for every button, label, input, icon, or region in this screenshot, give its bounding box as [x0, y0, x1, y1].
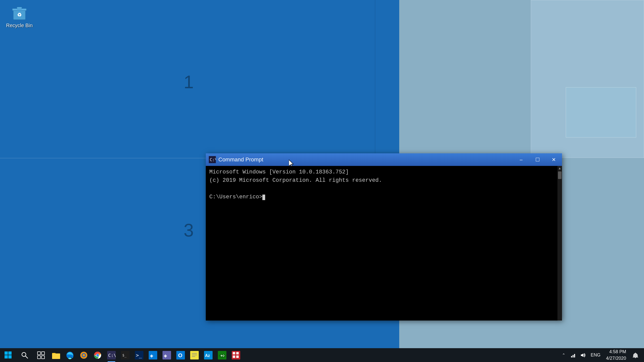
svg-text:C:\: C:\: [210, 157, 216, 162]
cmd-icon: C:\: [209, 156, 216, 163]
svg-marker-58: [581, 353, 583, 357]
svg-text:>_: >_: [136, 352, 142, 358]
tray-expand-button[interactable]: ⌃: [560, 348, 568, 362]
firefox-svg: [79, 351, 88, 359]
maximize-button[interactable]: ☐: [529, 153, 546, 166]
svg-rect-56: [573, 355, 574, 357]
vscode-purple-icon: ◈: [162, 351, 171, 360]
scrollbar-up-arrow[interactable]: ▲: [559, 166, 561, 170]
taskbar-firefox[interactable]: [77, 348, 91, 362]
taskbar-edge[interactable]: [63, 348, 77, 362]
right-window: [531, 0, 644, 158]
window-controls: – ☐ ✕: [513, 153, 562, 166]
taskbar-search-button[interactable]: [16, 348, 33, 362]
system-tray: ⌃: [560, 348, 588, 362]
svg-point-48: [223, 356, 224, 357]
clock[interactable]: 4:58 PM 4/27/2020: [603, 348, 629, 362]
cmd-body[interactable]: Microsoft Windows [Version 10.0.18363.75…: [206, 166, 562, 321]
close-button[interactable]: ✕: [546, 153, 562, 166]
notes-icon: [190, 351, 199, 360]
chrome-svg: [93, 351, 102, 359]
taskbar: C:\ $_ >_ ◈: [0, 348, 644, 362]
terminal-icon: $_: [121, 351, 130, 360]
monitor-1-label: 1: [184, 72, 194, 92]
cmd-title-icon-svg: C:\: [209, 156, 216, 163]
notes-svg: [190, 351, 199, 359]
powershell-svg: >_: [135, 351, 143, 359]
volume-tray-icon[interactable]: [578, 348, 588, 362]
svg-rect-7: [5, 351, 8, 355]
azure-icon: Az: [204, 351, 213, 360]
minimize-button[interactable]: –: [513, 153, 529, 166]
svg-text:$_: $_: [122, 353, 127, 357]
vscode-blue-icon: ◈: [148, 351, 157, 360]
cmd-output: Microsoft Windows [Version 10.0.18363.75…: [209, 168, 558, 201]
taskbar-chrome[interactable]: [91, 348, 104, 362]
svg-rect-13: [37, 352, 41, 355]
taskbar-powershell[interactable]: >_: [132, 348, 146, 362]
taskview-icon: [37, 351, 45, 359]
notification-icon: [632, 352, 638, 358]
svg-text:C:\: C:\: [108, 353, 116, 358]
notification-button[interactable]: [630, 348, 641, 362]
svg-rect-45: [221, 355, 222, 356]
cmd-scrollbar[interactable]: ▲: [557, 166, 562, 321]
svg-text:◈: ◈: [150, 352, 153, 359]
network-tray-icon[interactable]: [568, 348, 578, 362]
svg-rect-16: [42, 356, 45, 359]
cmd-title-text: Command Prompt: [218, 156, 559, 163]
cmd-titlebar[interactable]: C:\ Command Prompt – ☐ ✕: [206, 153, 562, 166]
language-indicator[interactable]: ENG: [589, 348, 602, 362]
powershell-icon: >_: [135, 351, 144, 360]
cmd-taskbar-icon: C:\: [107, 351, 116, 360]
svg-line-12: [25, 356, 28, 358]
svg-point-46: [223, 354, 224, 355]
svg-rect-14: [42, 352, 45, 355]
vscode-blue-svg: ◈: [149, 351, 157, 359]
taskbar-game[interactable]: [215, 348, 229, 362]
cmd-cursor: [262, 195, 265, 200]
svg-text:Az: Az: [205, 353, 210, 358]
svg-rect-53: [233, 355, 235, 358]
svg-point-49: [222, 355, 223, 356]
windows-logo-icon: [5, 351, 12, 359]
svg-rect-10: [8, 355, 12, 358]
taskbar-vscode-blue[interactable]: ◈: [146, 348, 160, 362]
taskbar-notes[interactable]: [187, 348, 201, 362]
cmd-window: C:\ Command Prompt – ☐ ✕ Microsoft Windo…: [206, 153, 562, 321]
volume-icon: [580, 352, 586, 358]
taskbar-cmd[interactable]: C:\: [104, 348, 118, 362]
dashboard-svg: [232, 351, 240, 359]
outlook-svg: O: [176, 351, 185, 359]
firefox-icon: [79, 351, 88, 360]
taskbar-taskview-button[interactable]: [33, 348, 49, 362]
taskbar-outlook[interactable]: O: [174, 348, 187, 362]
azure-svg: Az: [204, 351, 213, 359]
scrollbar-thumb[interactable]: [558, 171, 561, 179]
recycle-bin-svg: ♻: [10, 3, 28, 21]
start-button[interactable]: [0, 348, 16, 362]
monitor-divider-vertical: [375, 0, 375, 158]
svg-point-23: [96, 354, 99, 356]
network-icon: [570, 352, 576, 358]
taskbar-dashboard[interactable]: [229, 348, 243, 362]
svg-text:O: O: [178, 352, 182, 358]
game-icon: [218, 351, 227, 360]
svg-rect-8: [8, 351, 12, 355]
taskbar-azure[interactable]: Az: [201, 348, 215, 362]
svg-point-21: [83, 354, 85, 356]
svg-point-47: [224, 355, 224, 356]
svg-rect-54: [236, 355, 239, 358]
taskbar-file-explorer[interactable]: [49, 348, 63, 362]
recycle-bin-label: Recycle Bin: [6, 23, 33, 28]
cmd-taskbar-svg: C:\: [107, 351, 116, 359]
clock-time: 4:58 PM: [609, 349, 626, 355]
taskbar-vscode-purple[interactable]: ◈: [160, 348, 174, 362]
search-icon: [21, 351, 28, 359]
monitor-divider-horizontal: [0, 158, 206, 158]
dashboard-icon: [231, 351, 240, 360]
svg-rect-52: [236, 352, 239, 354]
recycle-bin-icon[interactable]: ♻ Recycle Bin: [3, 3, 36, 28]
edge-icon: [65, 351, 74, 360]
taskbar-terminal[interactable]: $_: [118, 348, 132, 362]
